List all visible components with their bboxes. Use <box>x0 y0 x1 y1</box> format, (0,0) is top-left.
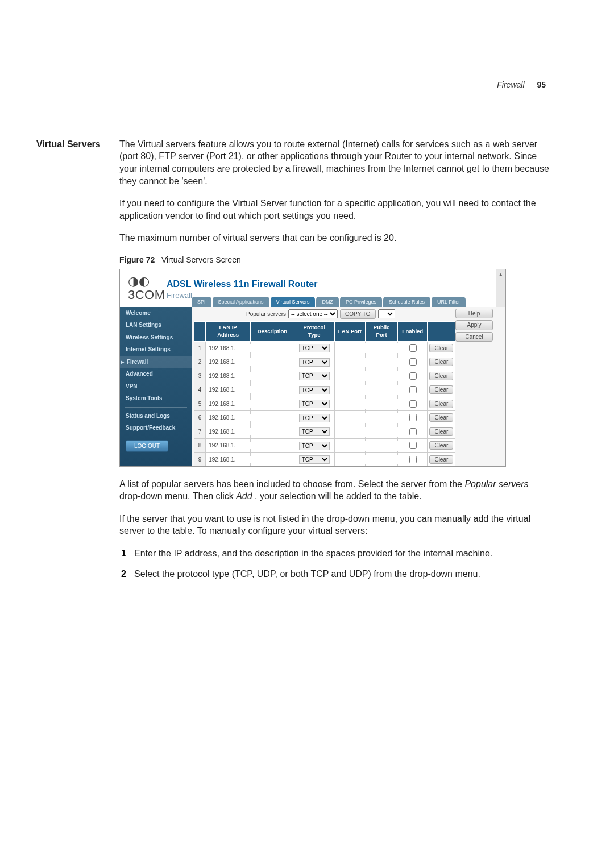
lan-port-input[interactable] <box>337 399 366 409</box>
emphasis: Add <box>236 491 252 501</box>
lan-ip-input[interactable] <box>208 386 251 393</box>
lan-ip-input[interactable] <box>208 344 251 352</box>
clear-button[interactable]: Clear <box>429 358 453 366</box>
protocol-select[interactable]: TCP <box>299 344 330 352</box>
lan-port-input[interactable] <box>337 427 366 437</box>
row-index: 5 <box>194 397 206 411</box>
enabled-checkbox[interactable] <box>409 344 417 352</box>
description-input[interactable] <box>252 385 294 395</box>
enabled-checkbox[interactable] <box>409 400 417 408</box>
copy-to-select[interactable] <box>378 309 395 318</box>
protocol-select[interactable]: TCP <box>299 442 330 450</box>
col-clear <box>428 322 455 342</box>
scroll-up-icon[interactable]: ▴ <box>496 269 505 279</box>
public-port-input[interactable] <box>367 399 398 409</box>
description-input[interactable] <box>252 371 294 381</box>
description-input[interactable] <box>252 441 294 451</box>
protocol-select[interactable]: TCP <box>299 427 330 436</box>
public-port-input[interactable] <box>367 427 398 437</box>
enabled-checkbox[interactable] <box>409 428 417 435</box>
table-row: 4TCPClear <box>194 383 455 397</box>
clear-button[interactable]: Clear <box>429 344 453 352</box>
enabled-checkbox[interactable] <box>409 372 417 380</box>
clear-button[interactable]: Clear <box>429 400 453 408</box>
lan-port-input[interactable] <box>337 343 366 353</box>
description-input[interactable] <box>252 413 294 423</box>
description-input[interactable] <box>252 358 294 367</box>
sidebar-item-system-tools[interactable]: System Tools <box>120 392 192 405</box>
lan-port-input[interactable] <box>337 413 366 423</box>
protocol-select[interactable]: TCP <box>299 400 330 408</box>
description-input[interactable] <box>252 455 294 464</box>
public-port-input[interactable] <box>367 343 398 353</box>
col-enabled: Enabled <box>397 322 428 342</box>
clear-button[interactable]: Clear <box>429 385 453 394</box>
sidebar-item-welcome[interactable]: Welcome <box>120 307 192 319</box>
sidebar-item-internet-settings[interactable]: Internet Settings <box>120 343 192 356</box>
sidebar-item-support-feedback[interactable]: Support/Feedback <box>120 422 192 434</box>
lan-ip-input[interactable] <box>208 414 251 421</box>
lan-ip-input[interactable] <box>208 442 251 449</box>
lan-port-input[interactable] <box>337 441 366 451</box>
row-index: 6 <box>194 411 206 425</box>
public-port-input[interactable] <box>367 441 398 451</box>
sidebar-item-lan-settings[interactable]: LAN Settings <box>120 319 192 331</box>
protocol-select[interactable]: TCP <box>299 372 330 380</box>
table-row: 6TCPClear <box>194 411 455 425</box>
popular-servers-select[interactable]: -- select one -- <box>288 309 338 318</box>
apply-button[interactable]: Apply <box>455 320 493 330</box>
tab-special-applications[interactable]: Special Applications <box>213 297 269 306</box>
sidebar-item-advanced[interactable]: Advanced <box>120 368 192 380</box>
lan-port-input[interactable] <box>337 385 366 395</box>
col-protocol-type: Protocol Type <box>294 322 334 342</box>
copy-to-button[interactable]: COPY TO <box>340 309 375 319</box>
public-port-input[interactable] <box>367 358 398 367</box>
lan-port-input[interactable] <box>337 371 366 381</box>
lan-ip-input[interactable] <box>208 400 251 408</box>
sidebar-item-wireless-settings[interactable]: Wireless Settings <box>120 331 192 344</box>
lan-ip-input[interactable] <box>208 428 251 435</box>
table-row: 2TCPClear <box>194 355 455 369</box>
logout-button[interactable]: LOG OUT <box>126 440 168 452</box>
tab-schedule-rules[interactable]: Schedule Rules <box>383 297 430 306</box>
protocol-select[interactable]: TCP <box>299 455 330 464</box>
col-description: Description <box>251 322 294 342</box>
enabled-checkbox[interactable] <box>409 386 417 393</box>
clear-button[interactable]: Clear <box>429 427 453 436</box>
protocol-select[interactable]: TCP <box>299 386 330 394</box>
clear-button[interactable]: Clear <box>429 372 453 380</box>
protocol-select[interactable]: TCP <box>299 414 330 422</box>
figure-title: Virtual Servers Screen <box>161 255 241 264</box>
public-port-input[interactable] <box>367 413 398 423</box>
lan-ip-input[interactable] <box>208 358 251 366</box>
public-port-input[interactable] <box>367 371 398 381</box>
clear-button[interactable]: Clear <box>429 413 453 422</box>
clear-button[interactable]: Clear <box>429 441 453 450</box>
public-port-input[interactable] <box>367 455 398 464</box>
clear-button[interactable]: Clear <box>429 455 453 464</box>
tab-dmz[interactable]: DMZ <box>316 297 339 306</box>
sidebar-item-firewall[interactable]: Firewall <box>120 356 192 368</box>
enabled-checkbox[interactable] <box>409 358 417 366</box>
description-input[interactable] <box>252 343 294 353</box>
protocol-select[interactable]: TCP <box>299 358 330 367</box>
table-row: 1TCPClear <box>194 341 455 355</box>
enabled-checkbox[interactable] <box>409 456 417 463</box>
lan-port-input[interactable] <box>337 455 366 464</box>
sidebar-item-vpn[interactable]: VPN <box>120 380 192 393</box>
cancel-button[interactable]: Cancel <box>455 332 493 342</box>
tab-virtual-servers[interactable]: Virtual Servers <box>271 297 316 306</box>
public-port-input[interactable] <box>367 385 398 395</box>
help-button[interactable]: Help <box>455 309 493 319</box>
lan-ip-input[interactable] <box>208 456 251 463</box>
lan-port-input[interactable] <box>337 358 366 367</box>
lan-ip-input[interactable] <box>208 372 251 380</box>
description-input[interactable] <box>252 399 294 409</box>
sidebar-item-status-and-logs[interactable]: Status and Logs <box>120 410 192 422</box>
tab-pc-privileges[interactable]: PC Privileges <box>340 297 382 306</box>
description-input[interactable] <box>252 427 294 437</box>
enabled-checkbox[interactable] <box>409 414 417 421</box>
enabled-checkbox[interactable] <box>409 442 417 449</box>
tab-url-filter[interactable]: URL Filter <box>432 297 466 306</box>
tab-spi[interactable]: SPI <box>192 297 211 306</box>
